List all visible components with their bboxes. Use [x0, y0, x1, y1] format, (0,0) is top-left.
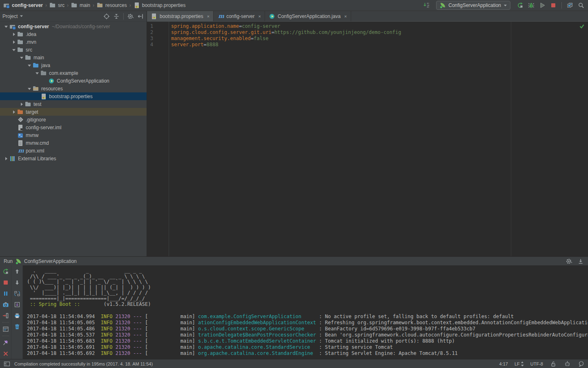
- status-message[interactable]: Compilation completed successfully in 19…: [14, 361, 153, 366]
- exit-button[interactable]: [2, 312, 9, 319]
- event-log-icon[interactable]: [577, 360, 585, 368]
- show-console-button[interactable]: [2, 325, 9, 333]
- folder-icon: [25, 101, 31, 108]
- collapse-arrow-icon[interactable]: [27, 85, 33, 92]
- tree-item[interactable]: .idea: [0, 30, 147, 38]
- collapse-arrow-icon[interactable]: [34, 70, 40, 76]
- tree-item[interactable]: target: [0, 108, 147, 116]
- close-icon[interactable]: [344, 14, 347, 19]
- expand-arrow-icon[interactable]: [11, 39, 17, 45]
- props-icon: [151, 13, 157, 20]
- collapse-all-button[interactable]: [113, 13, 120, 20]
- tree-indent: [11, 117, 17, 123]
- search-everywhere-button[interactable]: [577, 2, 585, 9]
- stop-process-button[interactable]: [2, 279, 9, 286]
- ide-window: config-serversrcmainresourcesbootstrap.p…: [0, 0, 588, 368]
- rerun-application-button[interactable]: [2, 268, 9, 275]
- tree-item-label: .mvn: [26, 39, 36, 45]
- next-occurrence-button[interactable]: [13, 279, 21, 286]
- run-console[interactable]: . ____ _ __ _ _ /\\ / ___'_ __ _ _(_)_ _…: [23, 265, 588, 359]
- run-configuration-select[interactable]: ConfigServerApplication: [436, 1, 510, 10]
- tree-item[interactable]: External Libraries: [0, 155, 147, 162]
- unlock-icon[interactable]: [550, 360, 557, 368]
- expand-arrow-icon[interactable]: [3, 155, 9, 162]
- collapse-arrow-icon[interactable]: [27, 62, 33, 69]
- run-with-coverage-button[interactable]: [539, 2, 546, 9]
- inspections-ok-icon[interactable]: [579, 23, 585, 30]
- tree-item[interactable]: config-server~/Downloads/config-server: [0, 22, 147, 30]
- scroll-from-source-button[interactable]: [103, 13, 110, 20]
- collapse-arrow-icon[interactable]: [19, 54, 25, 61]
- tree-item-label: mvnw: [26, 132, 38, 138]
- console-line: ' |____| .__|_| |_|_| |_\__, | / / / /: [27, 290, 588, 296]
- right-margin-guide: [511, 22, 511, 256]
- project-icon: [3, 2, 10, 9]
- tree-item[interactable]: test: [0, 100, 147, 108]
- editor-tab[interactable]: config-server: [214, 11, 265, 21]
- breadcrumb-label: src: [58, 2, 65, 8]
- tree-item[interactable]: mvnw: [0, 131, 147, 139]
- close-icon[interactable]: [207, 14, 209, 19]
- breadcrumb-item[interactable]: config-server: [3, 2, 43, 9]
- mvn-icon: [17, 148, 24, 154]
- run-tool-window: Run ConfigServerApplication: [0, 256, 588, 359]
- restore-layout-button[interactable]: [13, 290, 21, 297]
- tree-item[interactable]: config-server.iml: [0, 123, 147, 131]
- tree-item[interactable]: .gitignore: [0, 116, 147, 123]
- expand-arrow-icon[interactable]: [19, 101, 25, 108]
- close-icon[interactable]: [258, 14, 261, 19]
- tree-item[interactable]: pom.xml: [0, 147, 147, 155]
- print-button[interactable]: [13, 312, 21, 319]
- collapse-arrow-icon[interactable]: [11, 47, 17, 53]
- breadcrumb-item[interactable]: main: [71, 2, 90, 9]
- tool-window-toggle-icon[interactable]: [3, 360, 11, 368]
- tab-label: config-server: [226, 13, 254, 19]
- tree-item[interactable]: main: [0, 54, 147, 61]
- tree-item[interactable]: resources: [0, 85, 147, 92]
- breadcrumb-item[interactable]: bootstrap.properties: [134, 2, 186, 9]
- caret-position[interactable]: 4:17: [499, 361, 508, 366]
- line-separator-indicator[interactable]: LF: [514, 361, 524, 367]
- tree-item-label: config-server: [18, 24, 49, 29]
- stop-button[interactable]: [550, 2, 557, 9]
- editor-tab[interactable]: ConfigServerApplication.java: [265, 11, 351, 21]
- clear-all-button[interactable]: [13, 323, 21, 330]
- hide-panel-button[interactable]: [137, 13, 144, 20]
- tree-item[interactable]: mvnw.cmd: [0, 139, 147, 147]
- editor-code[interactable]: spring.application.name=config-serverspr…: [169, 22, 588, 256]
- project-structure-button[interactable]: [566, 2, 574, 9]
- thread-dump-button[interactable]: [2, 301, 9, 308]
- debug-button[interactable]: [528, 2, 535, 9]
- tree-indent: [11, 140, 17, 146]
- collapse-arrow-icon[interactable]: [3, 23, 9, 30]
- line-number: 2: [150, 29, 169, 36]
- editor-body[interactable]: 1234 spring.application.name=config-serv…: [147, 22, 588, 256]
- run-toolbar-secondary: [11, 265, 23, 359]
- scroll-to-end-button[interactable]: [13, 301, 21, 308]
- breadcrumb-item[interactable]: resources: [97, 2, 127, 9]
- tree-item[interactable]: com.example: [0, 69, 147, 77]
- close-panel-button[interactable]: [2, 350, 9, 357]
- run-panel-settings-button[interactable]: [566, 258, 573, 265]
- file-encoding[interactable]: UTF-8: [530, 361, 543, 366]
- tree-item[interactable]: src: [0, 46, 147, 54]
- minimize-panel-button[interactable]: [577, 258, 584, 265]
- pause-output-button[interactable]: [2, 290, 9, 297]
- pkg-icon: [40, 70, 47, 76]
- tree-item[interactable]: bootstrap.properties: [0, 92, 147, 100]
- rerun-button[interactable]: [517, 2, 524, 9]
- tree-item-label: ConfigServerApplication: [57, 78, 109, 84]
- tree-item[interactable]: .mvn: [0, 38, 147, 46]
- expand-arrow-icon[interactable]: [11, 109, 17, 115]
- pin-tab-button[interactable]: [2, 339, 9, 346]
- prev-occurrence-button[interactable]: [13, 268, 21, 275]
- vcs-incoming-changes-icon[interactable]: 011001: [423, 2, 430, 9]
- editor-tab[interactable]: bootstrap.properties: [147, 11, 214, 21]
- breadcrumb-item[interactable]: src: [49, 2, 65, 9]
- tree-item[interactable]: ConfigServerApplication: [0, 77, 147, 85]
- expand-arrow-icon[interactable]: [11, 31, 17, 38]
- tree-item[interactable]: java: [0, 61, 147, 69]
- project-settings-button[interactable]: [127, 13, 134, 20]
- folder-res-icon: [33, 85, 39, 92]
- hector-inspector-icon[interactable]: [564, 360, 571, 368]
